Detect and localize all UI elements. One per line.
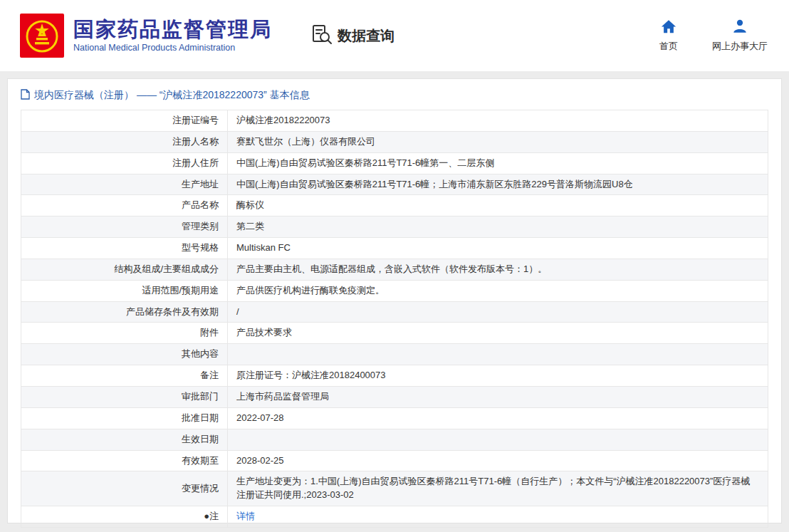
row-label: 适用范围/预期用途 [21, 280, 228, 301]
row-value: 原注册证号：沪械注准20182400073 [228, 365, 768, 387]
content-panel: 境内医疗器械（注册） —— “沪械注准20182220073” 基本信息 注册证… [7, 78, 782, 523]
row-value: 中国(上海)自由贸易试验区秦桥路211号T71-6幢第一、二层东侧 [228, 152, 768, 174]
table-row: 审批部门上海市药品监督管理局 [21, 386, 768, 407]
table-row: 型号规格Multiskan FC [21, 238, 768, 259]
table-row: 生产地址中国(上海)自由贸易试验区秦桥路211号T71-6幢；上海市浦东新区东胜… [21, 174, 768, 195]
data-query-icon [311, 24, 333, 48]
breadcrumb-text: 境内医疗器械（注册） —— “沪械注准20182220073” 基本信息 [34, 89, 310, 102]
row-label: 备注 [21, 365, 228, 387]
row-value: 详情 [228, 506, 768, 528]
row-value: / [228, 301, 768, 323]
row-value: 第二类 [228, 217, 768, 238]
table-row: 备注原注册证号：沪械注准20182400073 [21, 365, 768, 387]
row-label: ●注 [21, 506, 228, 528]
row-label: 有效期至 [21, 450, 228, 471]
row-value: 产品供医疗机构进行酶联免疫测定。 [228, 280, 768, 301]
nav-service-hall[interactable]: 网上办事大厅 [712, 19, 768, 53]
header-nav: 首页 网上办事大厅 [659, 19, 768, 53]
row-value: 酶标仪 [228, 195, 768, 217]
row-label: 注册人住所 [21, 152, 228, 174]
table-row: 注册人名称赛默飞世尔（上海）仪器有限公司 [21, 131, 768, 152]
breadcrumb: 境内医疗器械（注册） —— “沪械注准20182220073” 基本信息 [8, 79, 781, 110]
table-row: 适用范围/预期用途产品供医疗机构进行酶联免疫测定。 [21, 280, 768, 301]
row-value: Multiskan FC [228, 238, 768, 259]
row-label: 审批部门 [21, 386, 228, 407]
table-row: 附件产品技术要求 [21, 323, 768, 344]
row-value [228, 429, 768, 450]
org-name-zh: 国家药品监督管理局 [73, 19, 272, 41]
row-value: 赛默飞世尔（上海）仪器有限公司 [228, 131, 768, 152]
row-label: 产品名称 [21, 195, 228, 217]
nav-service-hall-label: 网上办事大厅 [712, 40, 768, 53]
detail-link[interactable]: 详情 [236, 511, 255, 521]
table-row: 管理类别第二类 [21, 217, 768, 238]
nav-home[interactable]: 首页 [659, 19, 678, 53]
row-value: 上海市药品监督管理局 [228, 386, 768, 407]
home-icon [661, 19, 676, 36]
table-row: 有效期至2028-02-25 [21, 450, 768, 471]
table-row: 变更情况生产地址变更为：1.中国(上海)自由贸易试验区秦桥路211号T71-6幢… [21, 471, 768, 506]
main-area: 境内医疗器械（注册） —— “沪械注准20182220073” 基本信息 注册证… [0, 71, 789, 532]
table-row: 注册证编号沪械注准20182220073 [21, 110, 768, 132]
row-value: 沪械注准20182220073 [228, 110, 768, 132]
table-row: 其他内容 [21, 344, 768, 365]
row-label: 型号规格 [21, 238, 228, 259]
row-value: 中国(上海)自由贸易试验区秦桥路211号T71-6幢；上海市浦东新区东胜路229… [228, 174, 768, 195]
row-label: 其他内容 [21, 344, 228, 365]
row-label: 变更情况 [21, 471, 228, 506]
row-value: 产品技术要求 [228, 323, 768, 344]
row-label: 生效日期 [21, 429, 228, 450]
table-row: ●注详情 [21, 506, 768, 528]
row-label: 批准日期 [21, 407, 228, 429]
table-row: 注册人住所中国(上海)自由贸易试验区秦桥路211号T71-6幢第一、二层东侧 [21, 152, 768, 174]
table-row: 生效日期 [21, 429, 768, 450]
row-value: 产品主要由主机、电源适配器组成，含嵌入式软件（软件发布版本号：1）。 [228, 259, 768, 280]
table-row: 产品储存条件及有效期/ [21, 301, 768, 323]
module-title: 数据查询 [338, 26, 394, 46]
row-label: 附件 [21, 323, 228, 344]
org-name-en: National Medical Products Administration [73, 43, 272, 53]
site-header: 国家药品监督管理局 National Medical Products Admi… [0, 0, 789, 71]
person-icon [732, 19, 748, 36]
table-row: 批准日期2022-07-28 [21, 407, 768, 429]
row-value: 2022-07-28 [228, 407, 768, 429]
row-label: 注册人名称 [21, 131, 228, 152]
document-icon [21, 89, 30, 102]
row-label: 注册证编号 [21, 110, 228, 132]
row-value: 生产地址变更为：1.中国(上海)自由贸易试验区秦桥路211号T71-6幢（自行生… [228, 471, 768, 506]
national-emblem-icon [20, 14, 64, 58]
detail-table: 注册证编号沪械注准20182220073注册人名称赛默飞世尔（上海）仪器有限公司… [21, 110, 768, 528]
row-label: 生产地址 [21, 174, 228, 195]
table-row: 结构及组成/主要组成成分产品主要由主机、电源适配器组成，含嵌入式软件（软件发布版… [21, 259, 768, 280]
row-label: 产品储存条件及有效期 [21, 301, 228, 323]
table-row: 产品名称酶标仪 [21, 195, 768, 217]
row-label: 管理类别 [21, 217, 228, 238]
row-value: 2028-02-25 [228, 450, 768, 471]
nav-home-label: 首页 [659, 40, 678, 53]
row-value [228, 344, 768, 365]
row-label: 结构及组成/主要组成成分 [21, 259, 228, 280]
site-logo[interactable]: 国家药品监督管理局 National Medical Products Admi… [20, 14, 272, 58]
module-title-block: 数据查询 [311, 24, 394, 48]
detail-table-body: 注册证编号沪械注准20182220073注册人名称赛默飞世尔（上海）仪器有限公司… [21, 110, 768, 528]
